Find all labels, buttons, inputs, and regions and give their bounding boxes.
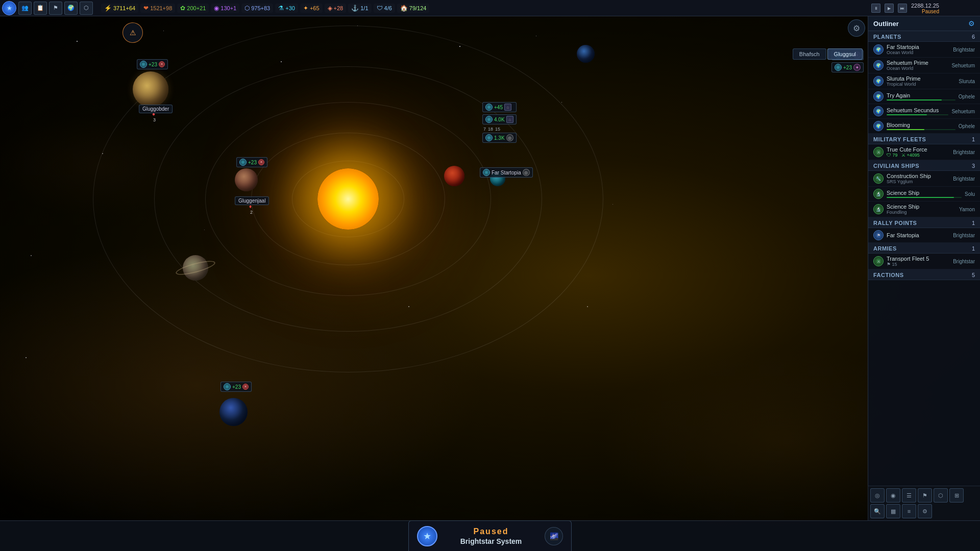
planet-item-try-again[interactable]: 🌍 Try Again Ophele: [868, 89, 980, 104]
empire-logo[interactable]: ★: [2, 1, 16, 15]
rally-point-item[interactable]: ⚑ Far Startopia Brightstar: [868, 228, 980, 243]
outliner-filter-btn[interactable]: ⚙: [968, 19, 975, 28]
civilian-ship-science-2[interactable]: 🔬 Science Ship Foundling Yamon: [868, 202, 980, 217]
star: [77, 41, 78, 42]
nav-badge-icon[interactable]: ⚠: [122, 22, 143, 43]
fleet-badge-45[interactable]: +45 ⌂: [482, 102, 517, 112]
planet-item-sehuetum-prime[interactable]: 🌍 Sehuetum Prime Ocean World Sehuetum: [868, 58, 980, 73]
section-header-planets[interactable]: Planets 6: [868, 31, 980, 42]
planet-location: Brightstar: [953, 47, 975, 53]
section-header-civilian[interactable]: Civilian Ships 3: [868, 160, 980, 171]
research-value: +30: [285, 5, 295, 11]
fleet-close-btn[interactable]: ✕: [258, 159, 264, 165]
map-mode-btn-5[interactable]: ⬡: [934, 488, 948, 503]
fleet-x-icon: ◎: [523, 169, 530, 176]
section-header-armies[interactable]: Armies 1: [868, 243, 980, 254]
planet-item-far-startopia[interactable]: 🌍 Far Startopia Ocean World Brightstar: [868, 42, 980, 58]
fleet-close-btn[interactable]: ✕: [159, 61, 165, 67]
map-mode-btn-9[interactable]: ≡: [902, 504, 916, 518]
civilian-ship-science-1[interactable]: 🔬 Science Ship Solu: [868, 187, 980, 202]
fleet-badge-far-startopia[interactable]: Far Startopia ◎: [480, 167, 533, 178]
food-value: 200+21: [187, 5, 206, 11]
section-count-rally: 1: [972, 220, 975, 226]
nav-btn-3[interactable]: ⚑: [49, 2, 62, 15]
nav-btn-1[interactable]: 👥: [18, 2, 32, 15]
influence-value: +28: [334, 5, 344, 11]
map-mode-btn-2[interactable]: ◉: [886, 488, 900, 503]
planet-info: Blooming: [887, 122, 955, 130]
planet-top-right[interactable]: [577, 45, 595, 63]
fleet-target-icon: ◎: [506, 134, 513, 141]
fleet-badge-gluggobder[interactable]: +23 ✕: [137, 59, 168, 69]
military-fleet-item[interactable]: ⚔ True Cute Force 🛡 79 ⚔ +4095 Brightsta…: [868, 144, 980, 160]
planet-bottom[interactable]: [219, 398, 248, 426]
map-mode-btn-8[interactable]: ▦: [886, 504, 900, 518]
system-icon[interactable]: ★: [417, 526, 437, 546]
fleet-power: +23: [232, 384, 241, 390]
fleet-badge-gluggenjaal[interactable]: +23 ✕: [236, 157, 267, 167]
minerals-value: 1521+98: [150, 5, 172, 11]
health-fill: [887, 197, 954, 198]
alloys-value: 975+83: [251, 5, 270, 11]
galaxy-view-btn[interactable]: 🌌: [545, 527, 563, 545]
map-mode-btn-1[interactable]: ◎: [870, 488, 885, 503]
tab-gluggsul[interactable]: Gluggsul: [827, 48, 863, 60]
settings-btn[interactable]: ⚙: [848, 19, 865, 37]
tab-bhafsch[interactable]: Bhafsch: [793, 48, 826, 60]
army-item[interactable]: ⚔ Transport Fleet 5 ⚑ 15 Brightstar: [868, 254, 980, 269]
map-mode-btn-4[interactable]: ⚑: [918, 488, 932, 503]
planet-icon: 🌍: [873, 91, 884, 102]
naval2-icon: 🛡: [377, 5, 383, 12]
influence-icon: ◈: [328, 5, 332, 12]
planet-red[interactable]: [444, 166, 464, 186]
food-icon: ✿: [180, 5, 185, 12]
section-title-military: Military Fleets: [873, 136, 926, 142]
map-mode-btn-3[interactable]: ☰: [902, 488, 916, 503]
planet-item-sluruta-prime[interactable]: 🌍 Sluruta Prime Tropical World Sluruta: [868, 73, 980, 89]
gluggobder-dot: ●3: [152, 111, 156, 122]
fleet-top-right-2[interactable]: +23 ✦: [831, 62, 864, 72]
civilian-ship-construction[interactable]: 🔧 Construction Ship SRS Ygglum Brightsta…: [868, 171, 980, 187]
map-mode-btn-10[interactable]: ⚙: [918, 504, 932, 518]
planet-item-blooming[interactable]: 🌍 Blooming Ophele: [868, 119, 980, 134]
map-mode-btn-7[interactable]: 🔍: [870, 504, 885, 518]
planet-gluggobder[interactable]: [133, 71, 168, 107]
planet-gluggenjaal[interactable]: [235, 168, 258, 191]
section-header-rally[interactable]: Rally Points 1: [868, 217, 980, 228]
ship-icon: 🔬: [873, 204, 884, 214]
fleet-power: +23: [843, 65, 852, 70]
section-count-military: 1: [972, 136, 975, 142]
fleet-badge-4k[interactable]: 4.0K ⌂: [482, 114, 517, 124]
resource-alloys: ⬡ 975+83: [241, 4, 273, 13]
planet-info: Sehuetum Secundus: [887, 107, 948, 115]
ship-sub: SRS Ygglum: [887, 179, 950, 184]
star: [587, 306, 588, 307]
housing-value: 79/124: [409, 5, 427, 11]
play-btn[interactable]: ▶: [885, 4, 894, 13]
planet-name: Sehuetum Prime: [887, 60, 948, 66]
planet-item-sehuetum-secundus[interactable]: 🌍 Sehuetum Secundus Sehuetum: [868, 104, 980, 119]
fleet-badge-1k3[interactable]: 1.3K ◎: [482, 133, 517, 143]
fleet-icon: [485, 134, 493, 141]
pause-btn[interactable]: ⏸: [871, 4, 880, 13]
section-header-factions[interactable]: Factions 5: [868, 269, 980, 280]
nav-btn-4[interactable]: 🌍: [64, 2, 78, 15]
research-icon: ⚗: [278, 5, 284, 12]
nav-btn-5[interactable]: ⬡: [80, 2, 93, 15]
fast-fwd-btn[interactable]: ⏭: [898, 4, 907, 13]
section-title-factions: Factions: [873, 272, 904, 278]
planet-location: Sehuetum: [951, 109, 975, 114]
nav-btn-2[interactable]: 📋: [34, 2, 47, 15]
fleet-icon: [485, 116, 493, 123]
planet-ringed[interactable]: [183, 255, 208, 281]
ship-location: Solu: [965, 191, 975, 197]
map-mode-btn-6[interactable]: ⊞: [949, 488, 964, 503]
section-header-military[interactable]: Military Fleets 1: [868, 134, 980, 144]
paused-label: Paused: [922, 9, 939, 14]
star: [26, 357, 27, 358]
fleet-close-btn[interactable]: ✕: [242, 384, 249, 390]
ship-info: Science Ship: [887, 190, 962, 198]
fleet-location: Brightstar: [953, 149, 975, 155]
fleet-badge-bottom[interactable]: +23 ✕: [220, 382, 252, 392]
fleet-pin-icon: ⌂: [506, 116, 513, 123]
